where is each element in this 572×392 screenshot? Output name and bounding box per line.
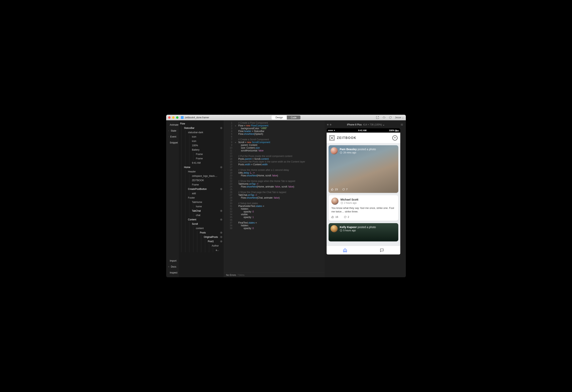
layer-row[interactable]: Header xyxy=(178,169,224,174)
share-icon[interactable] xyxy=(376,116,379,119)
code-line[interactable]: 10 size: Content.size xyxy=(224,147,325,149)
create-post-button[interactable]: + xyxy=(392,135,397,141)
code-line[interactable]: 39 opacity: 0 xyxy=(224,227,325,230)
fold-icon[interactable]: ▸ xyxy=(235,124,238,127)
code-line[interactable]: 20 Flow.showNext(Home, scroll: false) xyxy=(224,174,325,177)
layer-row[interactable]: Frame xyxy=(178,156,224,161)
layer-row[interactable]: StatusBar xyxy=(178,126,224,130)
code-line[interactable]: 31PlaceholderText.states = xyxy=(224,205,325,208)
comment-button[interactable]: 2 xyxy=(344,215,349,218)
tab-chat[interactable] xyxy=(364,246,400,254)
code-line[interactable]: 32 hidden: xyxy=(224,208,325,210)
code-line[interactable]: 17 xyxy=(224,166,325,169)
side-event[interactable]: Event xyxy=(166,134,178,140)
minimize-icon[interactable] xyxy=(172,116,175,119)
code-line[interactable]: 14Posts.parent = Scroll.content xyxy=(224,158,325,160)
layer-row[interactable]: TabChat xyxy=(178,209,224,213)
code-line[interactable]: 21 xyxy=(224,177,325,180)
layer-row[interactable]: a... xyxy=(178,248,224,252)
code-line[interactable]: 4Flow.header = StatusBar xyxy=(224,130,325,132)
code-line[interactable]: 12 xyxy=(224,152,325,155)
like-button[interactable]: 23 xyxy=(331,188,338,191)
side-animate[interactable]: Animate xyxy=(166,122,178,128)
layer-row[interactable]: icon xyxy=(178,134,224,139)
code-line[interactable]: 16Posts.width = Content.width xyxy=(224,163,325,166)
layer-row[interactable]: Frame xyxy=(178,182,224,187)
layer-row[interactable]: add xyxy=(178,191,224,196)
code-line[interactable]: 29 xyxy=(224,199,325,202)
hamburger-icon[interactable] xyxy=(400,123,403,126)
code-area[interactable]: 1# Create a Flow Component2▸Flow = new F… xyxy=(224,120,325,273)
user-menu[interactable]: Jesse ⌄ xyxy=(395,116,404,119)
mode-code-tab[interactable]: Code xyxy=(287,115,301,119)
layer-row[interactable]: Author xyxy=(178,244,224,248)
layer-row[interactable]: Home xyxy=(178,165,224,169)
layer-row[interactable]: Frame xyxy=(178,152,224,156)
code-line[interactable]: 37FinalText.states = xyxy=(224,221,325,224)
code-line[interactable]: 36 xyxy=(224,219,325,221)
layer-row[interactable]: ZEITBOOK xyxy=(178,178,224,182)
layer-row[interactable]: 100% xyxy=(178,143,224,148)
layer-row[interactable]: Post1 xyxy=(178,239,224,244)
maximize-icon[interactable] xyxy=(176,116,178,119)
layer-row[interactable]: OriginalPosts xyxy=(178,235,224,239)
code-line[interactable]: 5Flow.showNext(Splash) xyxy=(224,132,325,135)
code-line[interactable]: 23TabHome.onTap -> xyxy=(224,182,325,185)
chat-icon[interactable] xyxy=(389,116,392,119)
code-line[interactable]: 1# Create a Flow Component xyxy=(224,121,325,124)
layer-tree[interactable]: FlowStatusBarstatusbar-darkiconicon100%B… xyxy=(178,120,224,277)
side-import[interactable]: Import xyxy=(166,258,178,264)
code-line[interactable]: 9 parent: Content xyxy=(224,144,325,147)
code-line[interactable]: 33 opacity: 0 xyxy=(224,210,325,213)
like-button[interactable]: 16 xyxy=(331,215,338,218)
code-line[interactable]: 24 Flow.showNext(Home, animate: false, s… xyxy=(224,185,325,188)
code-line[interactable]: 19Utils.delay 1, -> xyxy=(224,171,325,174)
code-line[interactable]: 22# Show the Home page when the Home Tab… xyxy=(224,180,325,182)
code-line[interactable]: 15# Ensure the Posts layer is the same w… xyxy=(224,160,325,163)
code-line[interactable]: 26# Show the Chat page the Chat Tab is t… xyxy=(224,191,325,194)
post-card[interactable]: Kelly Kapoor posted a photo 5 hours ago xyxy=(329,223,398,241)
layer-row[interactable]: Flow xyxy=(178,121,224,126)
layer-row[interactable]: chat xyxy=(178,213,224,217)
layer-row[interactable]: content xyxy=(178,226,224,230)
code-line[interactable]: 27TabChat.onTap -> xyxy=(224,194,325,196)
code-line[interactable]: 7# Create a Scroll Component xyxy=(224,138,325,141)
fold-icon[interactable]: ▸ xyxy=(235,141,238,144)
code-line[interactable]: 2▸Flow = new FlowComponent xyxy=(224,124,325,127)
comment-button[interactable]: 7 xyxy=(342,188,347,191)
code-line[interactable]: 25 xyxy=(224,188,325,191)
code-line[interactable]: 18# Show the Home screen after a 1 secon… xyxy=(224,169,325,171)
post-card[interactable]: Pam Beasley posted a photo 28 mins ago xyxy=(329,145,398,193)
side-snippet[interactable]: Snippet xyxy=(166,140,178,146)
code-line[interactable]: 35 opacity: 1 xyxy=(224,216,325,219)
code-line[interactable]: 13# Put the Posts inside the scroll comp… xyxy=(224,155,325,158)
layer-row[interactable]: TabHome xyxy=(178,200,224,204)
cloud-icon[interactable] xyxy=(382,116,385,119)
code-line[interactable]: 11· scrollHorizontal: false xyxy=(224,149,325,152)
feed[interactable]: Pam Beasley posted a photo 28 mins ago xyxy=(327,143,400,246)
close-icon[interactable] xyxy=(168,116,171,119)
code-line[interactable]: 38 hidden: xyxy=(224,224,325,227)
layer-row[interactable]: Footer xyxy=(178,196,224,200)
preview-device-label[interactable]: iPhone 8 Plus 414 × 736 (100%) ⌄ xyxy=(347,123,385,126)
layer-row[interactable]: icon xyxy=(178,139,224,143)
side-docs[interactable]: Docs xyxy=(166,264,178,270)
code-line[interactable]: 6 xyxy=(224,135,325,138)
side-inspect[interactable]: Inspect xyxy=(166,270,178,276)
code-line[interactable]: 34 visible: xyxy=(224,213,325,216)
layer-row[interactable]: home xyxy=(178,204,224,209)
code-line[interactable]: 3· backgroundColor: "#ffffff" xyxy=(224,127,325,130)
code-line[interactable]: 30# Setup text states xyxy=(224,202,325,205)
layer-row[interactable]: Battery xyxy=(178,148,224,152)
layer-row[interactable]: CreatePostButton xyxy=(178,187,224,191)
mode-design-tab[interactable]: Design xyxy=(271,115,287,119)
side-state[interactable]: State xyxy=(166,128,178,134)
layer-row[interactable]: statusbar-dark xyxy=(178,130,224,134)
tab-home[interactable] xyxy=(327,246,364,254)
code-line[interactable]: 8▸Scroll = new ScrollComponent xyxy=(224,141,325,144)
layer-row[interactable]: Scroll xyxy=(178,222,224,226)
layer-row[interactable]: zeitspace_logo_black.... xyxy=(178,174,224,178)
layer-row[interactable]: Posts xyxy=(178,230,224,235)
code-line[interactable]: 28 Flow.showNext(Chat, animate: false) xyxy=(224,196,325,199)
layer-row[interactable]: 9:41 AM xyxy=(178,161,224,165)
